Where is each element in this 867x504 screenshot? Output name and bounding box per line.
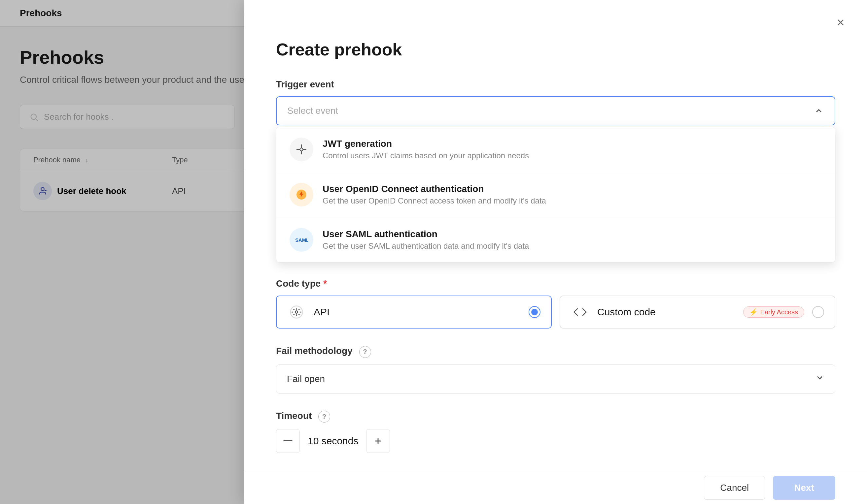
fail-methodology-section: Fail methodology ? Fail open [276,346,835,394]
dropdown-item-openid[interactable]: User OpenID Connect authentication Get t… [276,172,835,217]
dropdown-list: JWT generation Control users JWT claims … [276,127,835,263]
timeout-section: Timeout ? 10 seconds [276,410,835,453]
cancel-button[interactable]: Cancel [704,476,765,500]
openid-title: User OpenID Connect authentication [323,184,546,194]
code-type-options: API Custom code ⚡ Early Access [276,296,835,329]
trigger-event-label: Trigger event [276,79,835,90]
custom-radio[interactable] [812,306,824,318]
saml-desc: Get the user SAML authentication data an… [323,241,529,251]
api-label: API [314,306,521,318]
timeout-label: Timeout ? [276,410,835,423]
required-star: * [323,278,327,288]
modal-title: Create prehook [276,40,835,59]
jwt-title: JWT generation [323,139,529,149]
code-option-api[interactable]: API [276,296,552,329]
svg-rect-13 [283,440,292,441]
code-option-custom[interactable]: Custom code ⚡ Early Access [560,296,835,329]
svg-point-12 [295,311,298,313]
openid-desc: Get the user OpenID Connect access token… [323,196,546,206]
svg-text:SAML: SAML [295,238,308,243]
fail-methodology-label: Fail methodology ? [276,346,835,358]
modal-top-bar [244,0,867,33]
select-placeholder: Select event [287,106,338,116]
custom-label: Custom code [597,306,735,318]
timeout-value: 10 seconds [308,435,358,447]
lightning-icon: ⚡ [749,308,758,316]
custom-icon [571,303,589,321]
trigger-event-select[interactable]: Select event JWT gener [276,96,835,263]
openid-text: User OpenID Connect authentication Get t… [323,184,546,206]
saml-text: User SAML authentication Get the user SA… [323,229,529,251]
timeout-help-icon: ? [318,410,330,423]
chevron-up-icon [814,106,824,116]
api-icon [287,303,306,321]
dropdown-item-saml[interactable]: SAML User SAML authentication Get the us… [276,217,835,262]
jwt-text: JWT generation Control users JWT claims … [323,139,529,160]
saml-icon: SAML [290,228,313,252]
jwt-icon [290,138,313,161]
fail-methodology-select[interactable]: Fail open [276,364,835,394]
help-icon: ? [359,346,371,358]
timeout-control: 10 seconds [276,429,835,453]
openid-icon [290,183,313,207]
modal-footer: Cancel Next [244,471,867,504]
chevron-down-icon [815,373,824,385]
modal-content: Create prehook Trigger event Select even… [244,33,867,504]
code-type-label: Code type * [276,278,835,289]
saml-title: User SAML authentication [323,229,529,240]
code-type-section: Code type * API [276,278,835,329]
dropdown-item-jwt[interactable]: JWT generation Control users JWT claims … [276,127,835,172]
select-trigger[interactable]: Select event [276,96,835,125]
svg-point-6 [300,148,303,151]
early-access-badge: ⚡ Early Access [743,306,804,318]
next-button[interactable]: Next [773,476,835,500]
timeout-decrease-button[interactable] [276,429,300,453]
jwt-desc: Control users JWT claims based on your a… [323,151,529,160]
close-button[interactable] [830,12,851,33]
modal-panel: Create prehook Trigger event Select even… [244,0,867,504]
api-radio[interactable] [528,306,540,318]
timeout-increase-button[interactable] [366,429,390,453]
